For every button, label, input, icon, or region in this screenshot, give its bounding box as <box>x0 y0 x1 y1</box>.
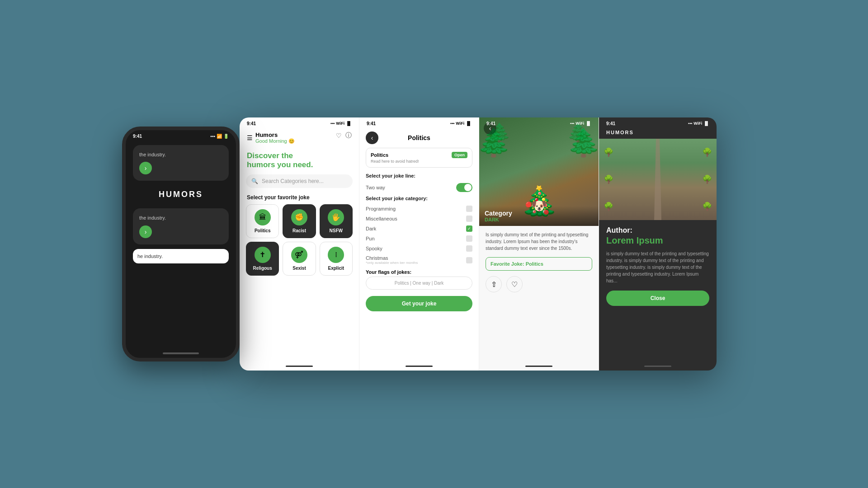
select-label: Select your favorite joke <box>240 192 359 204</box>
author-time: 9:41 <box>606 121 615 126</box>
left-trees: 🌳 🌳 🌳 <box>604 139 613 220</box>
tree5: 🌳 <box>702 174 712 184</box>
share-button[interactable]: ⇧ <box>486 276 502 292</box>
flags-input[interactable]: Politics | One way | Dark <box>366 277 472 290</box>
checkbox-pun[interactable]: Pun <box>366 234 472 244</box>
politics-icon: 🏛 <box>255 209 271 225</box>
joke-card-sexist[interactable]: ⚤ Sexist <box>283 242 316 276</box>
author-bottom-bar <box>644 366 671 367</box>
discover-status-bar: 9:41 ▪▪▪ WiFi ▐▌ <box>240 117 359 128</box>
politics-item-title: Politics <box>371 152 388 158</box>
phone-bottom-bar <box>163 352 199 354</box>
politics-status-icons: ▪▪▪ WiFi ▐▌ <box>450 121 472 126</box>
screen-politics: 9:41 ▪▪▪ WiFi ▐▌ ‹ Politics Politics Ope… <box>359 117 479 371</box>
politics-screen-title: Politics <box>408 134 430 141</box>
politics-label: Politics <box>255 228 271 233</box>
wifi-icon: 📶 <box>217 134 222 139</box>
p-battery: ▐▌ <box>466 121 472 126</box>
joke-card-racist[interactable]: ✊ Racist <box>283 204 316 238</box>
sexist-label: Sexist <box>292 266 306 271</box>
spooky-label: Spooky <box>366 246 382 251</box>
menu-icon[interactable]: ☰ <box>247 134 253 141</box>
info-icon[interactable]: ⓘ <box>345 131 352 140</box>
back-button[interactable]: ‹ <box>366 131 378 144</box>
back-icon: ‹ <box>371 134 373 141</box>
pun-check[interactable] <box>466 235 472 242</box>
discover-line2: humors you need. <box>247 160 313 169</box>
joke-card-explicit[interactable]: ⁞ Explicit <box>320 242 353 276</box>
heart-icon: ♡ <box>511 280 518 289</box>
tree6: 🌳 <box>702 202 712 211</box>
status-icons: ▪▪▪ 📶 🔋 <box>210 134 229 139</box>
checkbox-programming[interactable]: Programming <box>366 204 472 214</box>
phone-notch <box>160 130 201 140</box>
close-button[interactable]: Close <box>606 291 709 306</box>
checkbox-christmas[interactable]: Christmas *only available when ber month… <box>366 253 472 267</box>
header-left: ☰ Humors Good Morning 😊 <box>247 131 295 145</box>
spooky-check[interactable] <box>466 245 472 252</box>
nsfw-icon: 🖐 <box>328 209 344 225</box>
action-buttons: ⇧ ♡ <box>486 276 592 292</box>
joke-card-nsfw[interactable]: 🖐 NSFW <box>320 204 353 238</box>
header-title: Humors <box>255 131 295 138</box>
programming-check[interactable] <box>466 206 472 212</box>
racist-label: Racist <box>292 228 306 233</box>
open-badge: Open <box>452 152 467 158</box>
christmas-check[interactable] <box>466 257 472 263</box>
politics-item-sub: Read here to avoid hatred! <box>371 159 467 164</box>
discover-time: 9:41 <box>247 121 256 126</box>
religous-icon: ✝ <box>255 247 271 263</box>
category-status-bar: 9:41 ▪▪▪ WiFi ▐▌ <box>479 117 599 128</box>
dark-check[interactable] <box>466 225 472 232</box>
cat-status-icons: ▪▪▪ WiFi ▐▌ <box>570 121 591 126</box>
tree4: 🌳 <box>702 147 712 157</box>
author-brand: HUMORS <box>599 128 717 139</box>
phone-card-2: the industry. › <box>133 208 229 244</box>
joke-card-politics[interactable]: 🏛 Politics <box>246 204 279 238</box>
toggle-label: Two way <box>366 185 385 190</box>
card2-text: the industry. <box>139 215 222 221</box>
screen-author: 9:41 ▪▪▪ WiFi ▐▌ HUMORS 🌳 🌳 🌳 � <box>599 117 717 371</box>
explicit-label: Explicit <box>328 266 344 271</box>
screen-discover: 9:41 ▪▪▪ WiFi ▐▌ ☰ Humors Good Morning 😊 <box>240 117 359 371</box>
p-wifi: WiFi <box>456 121 464 126</box>
joke-line-label: Select your joke line: <box>359 171 479 181</box>
favorite-label: Favorite Joke: <box>491 261 524 267</box>
search-bar[interactable]: 🔍 Search Categories here... <box>246 174 353 188</box>
category-body: Is simply dummy text of the printing and… <box>479 226 599 366</box>
checkbox-list: Programming Miscellaneous Dark Pun Spook… <box>359 204 479 267</box>
checkbox-miscellaneous[interactable]: Miscellaneous <box>366 214 472 224</box>
card1-btn[interactable]: › <box>139 162 152 174</box>
phone-card-1: the industry. › <box>133 145 229 181</box>
card1-text: the industry. <box>139 151 222 158</box>
politics-status-bar: 9:41 ▪▪▪ WiFi ▐▌ <box>359 117 479 128</box>
category-bottom-bar <box>525 366 552 367</box>
battery-icon: 🔋 <box>223 134 229 139</box>
auth-signal: ▪▪▪ <box>688 121 693 126</box>
discover-bottom-bar <box>286 366 313 367</box>
explicit-icon: ⁞ <box>328 247 344 263</box>
politics-time: 9:41 <box>367 121 376 126</box>
get-joke-button[interactable]: Get your joke <box>366 296 472 311</box>
discover-header: ☰ Humors Good Morning 😊 ♡ ⓘ <box>240 128 359 149</box>
heart-icon[interactable]: ♡ <box>336 132 342 139</box>
author-desc: is simply dummy text of the printing and… <box>606 250 709 284</box>
politics-item[interactable]: Politics Open Read here to avoid hatred! <box>366 148 472 168</box>
phone-left-content: the industry. › HUMORS the industry. › h… <box>126 141 236 268</box>
tree3: 🌳 <box>604 202 613 211</box>
discover-line1: Discover the <box>247 151 293 160</box>
joke-card-religous[interactable]: ✝ Religous <box>246 242 279 276</box>
checkbox-dark[interactable]: Dark <box>366 224 472 234</box>
phone-card-3: he industry. <box>133 249 229 263</box>
programming-label: Programming <box>366 206 396 211</box>
religous-label: Religous <box>253 266 272 271</box>
miscellaneous-check[interactable] <box>466 216 472 222</box>
card2-btn[interactable]: › <box>139 225 152 238</box>
sexist-icon: ⚤ <box>291 247 307 263</box>
card1-arrow: › <box>145 164 147 172</box>
politics-back-header: ‹ Politics <box>359 128 479 148</box>
heart-button[interactable]: ♡ <box>506 276 523 292</box>
politics-item-header: Politics Open <box>371 152 467 158</box>
toggle-switch[interactable] <box>456 183 472 192</box>
checkbox-spooky[interactable]: Spooky <box>366 244 472 253</box>
